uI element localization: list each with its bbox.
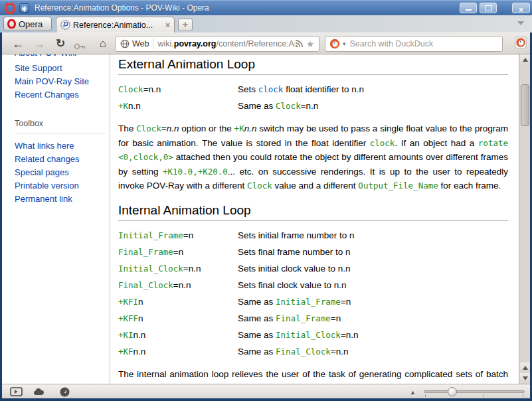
option-description: Same as Initial_Clock=n.n: [238, 329, 359, 342]
text-run: The: [118, 123, 136, 133]
sidebar-link[interactable]: Permanent link: [15, 193, 110, 206]
close-icon: ×: [519, 5, 523, 15]
option-description: Sets clock float identifier to n.n: [238, 83, 364, 96]
search-engine-dropdown-icon[interactable]: ▾: [343, 40, 346, 47]
option-term: +KFIn: [118, 295, 238, 309]
section-heading: External Animation Loop: [118, 57, 508, 75]
option-description: Same as Initial_Frame=n: [238, 295, 351, 309]
scroll-up-button-bottom[interactable]: [520, 362, 530, 373]
text-run: Same as: [238, 347, 276, 357]
tab-title: Reference:Animatio...: [73, 21, 163, 30]
scroll-down-button[interactable]: [520, 373, 530, 384]
zoom-menu-icon[interactable]: ▲: [410, 389, 416, 396]
search-bar[interactable]: ▾: [325, 36, 503, 52]
text-run: value and a different: [272, 181, 359, 191]
arrow-down-icon: [523, 376, 528, 380]
option-term: Clock=n.n: [118, 83, 238, 96]
sidebar-link[interactable]: Recent Changes: [15, 88, 110, 102]
code-text: Final_Frame: [118, 247, 173, 257]
sidebar-link[interactable]: Related changes: [15, 153, 110, 166]
text-run: Sets initial clock value to n.n: [238, 264, 351, 274]
browser-window: Reference:Animation Options - POV-Wiki -…: [0, 0, 532, 401]
text-run: n: [138, 313, 143, 323]
text-run: Same as: [238, 297, 276, 307]
option-term: +KIn.n: [118, 329, 238, 342]
new-tab-button[interactable]: +: [178, 19, 193, 31]
home-icon[interactable]: ⌂: [95, 37, 111, 51]
forward-icon[interactable]: →: [31, 37, 47, 51]
option-term: Initial_Clock=n.n: [118, 262, 238, 276]
sidebar-link[interactable]: Site Support: [15, 62, 110, 75]
opera-o-icon: [7, 19, 16, 29]
duckduckgo-panel-icon[interactable]: [515, 37, 527, 48]
code-text: +KF: [118, 347, 133, 357]
url-text: wiki.povray.org/content/Reference:Animat…: [157, 39, 295, 48]
minimize-button[interactable]: [460, 3, 477, 13]
navigation-toolbar: ← → ↻ ⌂ Web wiki.povray.org/content/Refe…: [2, 33, 530, 54]
sidebar-link[interactable]: Main POV-Ray Site: [15, 75, 110, 88]
arrow-up-icon: [523, 366, 528, 370]
tab-list-chevron-icon[interactable]: [517, 21, 524, 25]
opera-logo-icon: [5, 3, 15, 14]
bookmark-star-icon[interactable]: ★: [306, 39, 314, 49]
sidebar-link[interactable]: Special pages: [15, 166, 110, 179]
sidebar-link[interactable]: Printable version: [15, 179, 110, 193]
opera-unite-cloud-icon[interactable]: [33, 387, 44, 396]
scrollbar-thumb[interactable]: [521, 84, 529, 126]
window-title: Reference:Animation Options - POV-Wiki -…: [35, 1, 209, 16]
option-description: Sets initial frame number to n: [238, 229, 355, 242]
toolbox-header: Toolbox: [15, 119, 106, 133]
text-run: Same as: [238, 101, 276, 111]
address-bar[interactable]: Web wiki.povray.org/content/Reference:An…: [115, 36, 319, 52]
text-run: n.n: [133, 347, 146, 357]
window-menu-icon[interactable]: [19, 3, 29, 13]
text-run: =n.n: [341, 330, 359, 340]
text-run: for each frame.: [438, 181, 501, 191]
opera-menu-button[interactable]: Opera: [3, 17, 52, 31]
text-run: =n.n: [183, 264, 201, 274]
page-viewport: About POV-WikiSite SupportMain POV-Ray S…: [2, 54, 530, 384]
code-text: Initial_Frame: [118, 230, 183, 240]
definition-row: +KFInSame as Initial_Frame=n: [118, 295, 508, 309]
tab-active[interactable]: Reference:Animatio... ×: [56, 17, 175, 33]
tab-favicon: [60, 20, 70, 30]
vertical-scrollbar[interactable]: [519, 54, 530, 384]
url-domain: povray.org: [174, 39, 217, 48]
panels-toggle-icon[interactable]: [10, 387, 23, 396]
maximize-button[interactable]: [480, 3, 497, 13]
back-icon[interactable]: ←: [10, 37, 26, 51]
text-run: n: [138, 297, 143, 307]
close-button[interactable]: ×: [512, 3, 530, 13]
zoom-tick: [483, 394, 484, 397]
sidebar-link[interactable]: What links here: [15, 139, 110, 153]
zoom-slider-thumb[interactable]: [448, 387, 457, 396]
code-text: Clock: [136, 123, 161, 133]
status-bar: ▲: [2, 384, 530, 398]
text-run: =n.n: [173, 280, 191, 290]
option-term: +KFn.n: [118, 345, 238, 359]
scroll-up-button[interactable]: [520, 54, 530, 65]
search-input[interactable]: [349, 39, 502, 49]
rss-icon[interactable]: [295, 40, 304, 48]
reload-icon[interactable]: ↻: [52, 37, 68, 51]
text-run: Sets initial frame number to n: [238, 230, 355, 240]
text-run: . If an object had a: [395, 138, 478, 148]
code-link[interactable]: clock: [258, 84, 284, 94]
code-text: Clock: [247, 181, 272, 191]
zoom-tick: [523, 394, 523, 397]
text-run: =n: [183, 230, 193, 240]
sidebar-link[interactable]: About POV-Wiki: [15, 54, 110, 60]
option-term: Final_Frame=n: [118, 246, 238, 259]
url-path: /content/Reference:Animation_: [216, 39, 295, 48]
address-badge: Web: [132, 39, 149, 48]
arrow-up-icon: [523, 58, 528, 62]
sidebar-divider: [110, 54, 110, 384]
code-text: Initial_Frame: [276, 297, 341, 307]
tab-close-icon[interactable]: ×: [165, 21, 170, 29]
text-run: =n: [331, 313, 341, 323]
zoom-slider[interactable]: [424, 390, 525, 393]
definition-row: Final_Clock=n.nSets final clock value to…: [118, 279, 508, 292]
text-run: n.n: [133, 330, 146, 340]
wand-password-icon[interactable]: [72, 39, 88, 54]
opera-turbo-icon[interactable]: [60, 387, 70, 397]
